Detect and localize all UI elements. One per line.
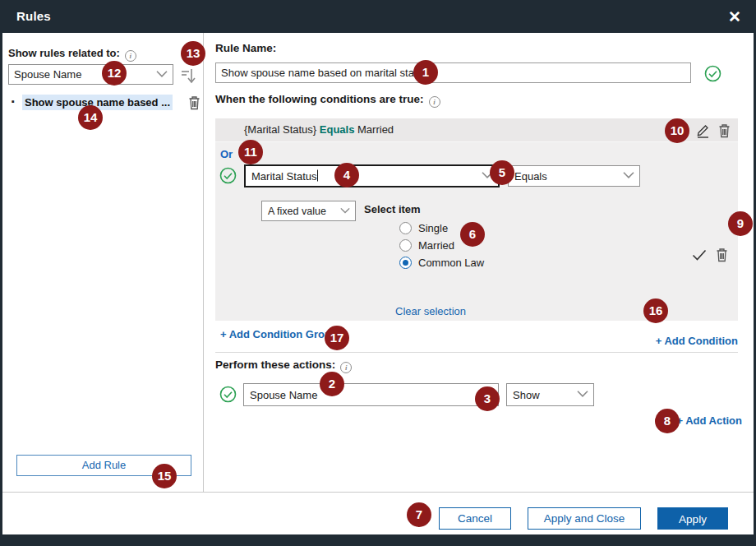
rule-name-input[interactable] xyxy=(215,62,691,83)
related-field-value: Spouse Name xyxy=(14,68,81,81)
callout-13: 13 xyxy=(181,41,205,66)
sidebar-divider xyxy=(203,33,204,492)
callout-14: 14 xyxy=(78,105,103,130)
radio-icon[interactable] xyxy=(399,239,412,252)
sort-rules-button[interactable] xyxy=(179,66,199,86)
radio-option-label: Common Law xyxy=(418,257,484,269)
summary-value: Married xyxy=(357,123,394,136)
or-operator-label[interactable]: Or xyxy=(220,148,233,160)
rule-list-item[interactable]: ▪ Show spouse name based ... xyxy=(8,94,199,112)
action-type-dropdown[interactable]: Show xyxy=(506,383,594,406)
radio-option-married[interactable]: Married xyxy=(399,237,454,253)
callout-15: 15 xyxy=(152,464,177,488)
add-action-link[interactable]: + Add Action xyxy=(676,414,742,427)
condition-summary-text: {Marital Status} Equals Married xyxy=(244,123,394,136)
conditions-section-text: When the following conditions are true: xyxy=(215,93,424,105)
info-icon: i xyxy=(340,362,352,373)
section-divider xyxy=(215,352,738,353)
apply-button[interactable]: Apply xyxy=(657,507,728,530)
list-bullet: ▪ xyxy=(12,96,15,106)
callout-2: 2 xyxy=(320,372,344,396)
condition-operator-dropdown[interactable]: Equals xyxy=(508,165,640,187)
show-rules-related-label: Show rules related to:i xyxy=(8,47,136,62)
conditions-section-label: When the following conditions are true:i xyxy=(215,93,440,108)
delete-condition-icon[interactable] xyxy=(715,247,729,262)
chevron-down-icon xyxy=(577,391,588,398)
callout-12: 12 xyxy=(102,61,127,86)
value-type-dropdown[interactable]: A fixed value xyxy=(261,201,356,221)
callout-8: 8 xyxy=(655,409,680,433)
edit-condition-icon[interactable] xyxy=(695,123,710,138)
condition-valid-icon xyxy=(219,167,237,184)
text-caret xyxy=(317,170,318,182)
cancel-button[interactable]: Cancel xyxy=(439,507,511,530)
radio-icon[interactable] xyxy=(399,222,412,234)
condition-field-combobox[interactable]: Marital Status xyxy=(244,164,500,187)
condition-summary-row[interactable]: {Marital Status} Equals Married xyxy=(215,118,738,142)
action-valid-icon xyxy=(219,386,237,403)
select-item-label: Select item xyxy=(364,203,421,215)
confirm-condition-icon[interactable] xyxy=(692,249,707,261)
delete-condition-summary-icon[interactable] xyxy=(717,123,731,138)
close-icon[interactable]: ✕ xyxy=(726,8,744,26)
radio-option-single[interactable]: Single xyxy=(399,220,448,236)
callout-6: 6 xyxy=(460,222,485,247)
clear-selection-link[interactable]: Clear selection xyxy=(395,305,466,317)
action-field-dropdown[interactable]: Spouse Name xyxy=(243,383,499,406)
callout-7: 7 xyxy=(407,502,431,527)
rules-dialog: Rules ✕ Show rules related to:i Spouse N… xyxy=(0,0,756,546)
delete-rule-icon[interactable] xyxy=(187,95,201,110)
radio-icon-selected[interactable] xyxy=(399,257,412,269)
summary-field: {Marital Status} xyxy=(244,123,316,136)
callout-9: 9 xyxy=(728,211,753,236)
callout-1: 1 xyxy=(413,60,438,85)
add-condition-group-link[interactable]: + Add Condition Group xyxy=(220,328,338,340)
dialog-titlebar: Rules ✕ xyxy=(0,0,756,33)
condition-field-value: Marital Status xyxy=(251,170,318,183)
rule-name-label: Rule Name: xyxy=(215,42,276,54)
callout-3: 3 xyxy=(475,386,500,411)
dialog-body: Show rules related to:i Spouse Name ▪ Sh… xyxy=(2,33,754,534)
condition-operator-value: Equals xyxy=(514,170,547,183)
radio-option-label: Single xyxy=(418,222,448,234)
info-icon: i xyxy=(429,96,440,108)
chevron-down-icon xyxy=(623,172,634,179)
callout-10: 10 xyxy=(665,118,689,143)
valid-check-icon xyxy=(704,65,721,82)
chevron-down-icon xyxy=(156,70,168,77)
show-rules-related-text: Show rules related to: xyxy=(8,47,120,59)
related-field-dropdown[interactable]: Spouse Name xyxy=(8,64,173,85)
callout-5: 5 xyxy=(490,160,514,185)
callout-11: 11 xyxy=(238,140,263,164)
sort-icon xyxy=(179,66,199,86)
action-type-value: Show xyxy=(513,389,540,401)
add-condition-link[interactable]: + Add Condition xyxy=(656,335,738,347)
summary-operator: Equals xyxy=(320,123,355,136)
callout-4: 4 xyxy=(334,163,359,187)
value-type-value: A fixed value xyxy=(268,206,326,217)
apply-and-close-button[interactable]: Apply and Close xyxy=(528,507,641,530)
radio-option-label: Married xyxy=(418,239,454,252)
chevron-down-icon xyxy=(340,207,350,214)
dialog-title: Rules xyxy=(16,9,51,23)
radio-option-common-law[interactable]: Common Law xyxy=(399,254,484,271)
callout-17: 17 xyxy=(325,326,349,350)
action-field-value: Spouse Name xyxy=(250,389,317,401)
callout-16: 16 xyxy=(643,298,668,323)
actions-section-text: Perform these actions: xyxy=(215,359,335,371)
info-icon: i xyxy=(125,50,136,62)
dialog-footer: Cancel Apply and Close Apply xyxy=(2,493,754,534)
condition-group: {Marital Status} Equals Married Or xyxy=(215,118,738,321)
